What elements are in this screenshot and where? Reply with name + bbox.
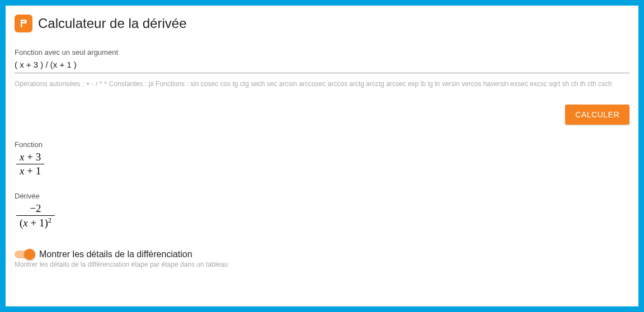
- button-row: CALCULER: [15, 105, 629, 125]
- deriv-den-exp: 2: [48, 216, 51, 224]
- details-toggle-label: Montrer les détails de la différenciatio…: [39, 249, 192, 259]
- details-toggle-row: Montrer les détails de la différenciatio…: [15, 249, 629, 259]
- details-toggle-hint: Montrer les détails de la différenciatio…: [15, 261, 629, 268]
- function-label: Fonction: [15, 140, 629, 149]
- func-den: + 1: [27, 165, 41, 177]
- details-toggle[interactable]: [15, 250, 34, 258]
- main-card: Calculateur de la dérivée Fonction avec …: [6, 6, 638, 306]
- operations-hint: Opérations autorisées : + - / * ^ Consta…: [15, 79, 629, 89]
- page-title: Calculateur de la dérivée: [38, 16, 187, 31]
- function-input-label: Fonction avec un seul argument: [15, 48, 629, 56]
- calculate-button[interactable]: CALCULER: [565, 105, 629, 125]
- func-num: + 3: [27, 151, 41, 163]
- app-logo-icon: [15, 15, 32, 32]
- derivative-label: Dérivée: [15, 192, 629, 200]
- function-display: x + 3 x + 1: [15, 150, 629, 182]
- deriv-den-base: (x + 1): [20, 217, 48, 229]
- toggle-knob: [24, 249, 35, 260]
- deriv-num: −2: [26, 202, 44, 215]
- header: Calculateur de la dérivée: [15, 15, 629, 32]
- derivative-display: −2 (x + 1)2: [15, 201, 629, 234]
- function-input[interactable]: [15, 58, 629, 73]
